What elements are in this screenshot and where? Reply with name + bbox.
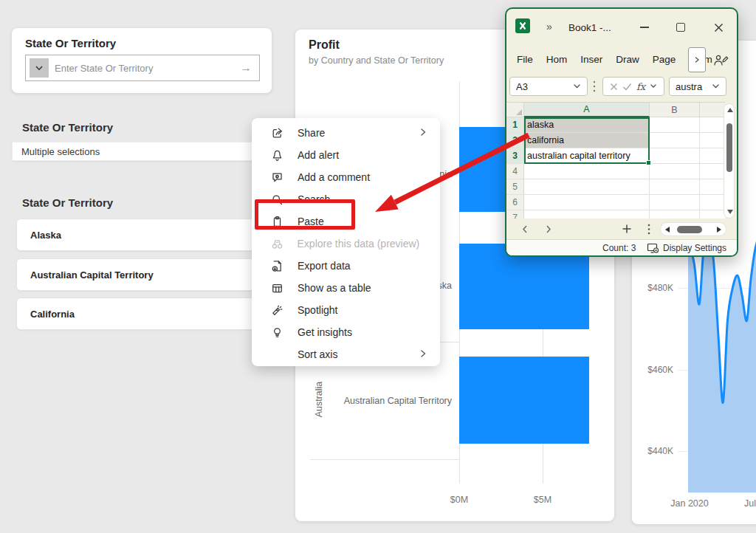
slicer-item-california[interactable]: California	[16, 298, 272, 330]
row-header-7[interactable]: 7	[506, 210, 524, 219]
excel-window: » Book1 -... File Hom Inser Draw Page Fo…	[505, 7, 738, 257]
slicer-list-title: State Or Territory	[22, 196, 113, 209]
cell-b3[interactable]	[650, 148, 700, 164]
display-settings-icon	[647, 242, 659, 254]
menu-item-add-alert[interactable]: Add alert	[252, 144, 440, 166]
context-menu: Share Add alert Add a comment Search Pas…	[252, 118, 440, 366]
cell-a2[interactable]: california	[524, 133, 650, 148]
row-header-4[interactable]: 4	[506, 164, 524, 179]
excel-window-title: Book1 -...	[568, 22, 611, 33]
category-label-act: Australian Capital Territory	[304, 396, 452, 408]
menu-item-explore-this-data[interactable]: Explore this data (preview)	[252, 233, 440, 255]
cell-b2[interactable]	[650, 133, 700, 148]
menu-item-add-a-comment[interactable]: Add a comment	[252, 166, 440, 188]
cell-b1[interactable]	[650, 117, 700, 133]
minimize-button[interactable]	[636, 19, 653, 35]
previous-sheet-icon[interactable]	[521, 224, 529, 234]
chevron-right-icon	[419, 127, 428, 139]
ribbon-tabs: File Hom Inser Draw Page Form	[517, 52, 679, 66]
vertical-scroll-thumb[interactable]	[726, 123, 732, 172]
scroll-left-icon[interactable]	[665, 227, 670, 233]
horizontal-scroll-thumb[interactable]	[677, 226, 702, 233]
export-data-icon	[271, 260, 287, 272]
ribbon-more-button[interactable]	[688, 47, 706, 72]
maximize-button[interactable]	[672, 19, 690, 35]
vertical-scrollbar[interactable]	[724, 103, 735, 219]
name-box[interactable]: A3	[509, 77, 588, 96]
cell-a1[interactable]: alaska	[524, 117, 650, 133]
spreadsheet-grid: A B 1alaska 2california 3australian capi…	[506, 102, 725, 219]
tab-draw[interactable]: Draw	[616, 54, 639, 65]
comment-icon	[271, 171, 287, 184]
table-icon	[271, 282, 287, 295]
menu-item-paste[interactable]: Paste	[252, 210, 440, 233]
scroll-up-icon[interactable]	[727, 108, 733, 112]
cell-a3[interactable]: australian capital territory	[524, 148, 650, 164]
area-fill	[688, 235, 756, 492]
sheet-navigation	[506, 220, 737, 239]
slicer-search-box: →	[25, 55, 260, 81]
spotlight-icon	[271, 304, 287, 317]
group-separator	[310, 459, 459, 460]
menu-item-search[interactable]: Search	[252, 188, 440, 210]
menu-item-sort-axis[interactable]: Sort axis	[252, 343, 440, 365]
tab-insert[interactable]: Inser	[580, 54, 602, 65]
slicer-dropdown-value[interactable]: Multiple selections	[12, 142, 273, 161]
row-header-6[interactable]: 6	[506, 195, 524, 210]
menu-item-share[interactable]: Share	[252, 122, 440, 144]
scroll-down-icon[interactable]	[727, 210, 733, 214]
menu-item-show-as-a-table[interactable]: Show as a table	[252, 277, 440, 299]
sheet-options-dots-icon[interactable]	[647, 223, 651, 235]
row-header-1[interactable]: 1	[506, 117, 524, 133]
chevron-down-icon[interactable]	[650, 83, 657, 89]
close-button[interactable]	[709, 19, 727, 35]
column-header-b[interactable]: B	[650, 103, 700, 117]
titlebar-overflow-chevron[interactable]: »	[546, 21, 552, 32]
tab-home[interactable]: Hom	[546, 54, 568, 65]
menu-item-spotlight[interactable]: Spotlight	[252, 299, 440, 321]
row-header-3[interactable]: 3	[506, 148, 524, 164]
chevron-down-icon[interactable]	[30, 58, 49, 78]
excel-logo-icon	[515, 18, 530, 33]
menu-item-get-insights[interactable]: Get insights	[252, 321, 440, 343]
arrow-right-icon[interactable]: →	[240, 61, 252, 75]
search-input[interactable]	[49, 63, 240, 74]
row-header-5[interactable]: 5	[506, 179, 524, 195]
cell-content-preview[interactable]: austra	[669, 77, 726, 96]
bell-icon	[271, 149, 287, 162]
row-header-2[interactable]: 2	[506, 133, 524, 148]
bar-chart-title: Profit	[309, 38, 340, 52]
excel-status-bar: Count: 3 Display Settings	[506, 239, 737, 255]
share-icon	[271, 127, 287, 140]
display-settings-label[interactable]: Display Settings	[663, 243, 726, 253]
slicer-dropdown-title: State Or Territory	[22, 121, 113, 134]
power-bi-report-page: State Or Territory → State Or Territory …	[0, 0, 756, 533]
slicer-item-australian-capital-territory[interactable]: Australian Capital Territory	[16, 258, 272, 291]
scroll-right-icon[interactable]	[717, 227, 721, 233]
fill-handle[interactable]	[646, 160, 651, 165]
column-header-a[interactable]: A	[524, 103, 650, 117]
confirm-entry-icon[interactable]	[622, 83, 632, 91]
cancel-entry-icon[interactable]	[610, 83, 618, 91]
xtick-5m: $5M	[520, 495, 565, 505]
next-sheet-icon[interactable]	[545, 224, 552, 234]
user-editing-icon[interactable]	[712, 53, 729, 71]
select-all-corner[interactable]	[506, 103, 524, 117]
bar-act[interactable]	[459, 357, 589, 444]
menu-item-export-data[interactable]: Export data	[252, 255, 440, 277]
slicer-item-alaska[interactable]: Alaska	[16, 219, 272, 251]
tab-page-layout[interactable]: Page	[653, 54, 676, 65]
slicer-search-card: State Or Territory →	[12, 28, 272, 93]
bar-chart-subtitle: by Country and State Or Territory	[309, 55, 444, 66]
horizontal-scrollbar[interactable]	[660, 222, 726, 236]
fx-icon[interactable]: fx	[636, 81, 645, 92]
chevron-right-icon	[419, 348, 428, 360]
formula-bar-divider-dots[interactable]	[592, 78, 597, 97]
add-sheet-icon[interactable]	[622, 224, 632, 234]
tab-file[interactable]: File	[517, 54, 533, 65]
formula-bar: fx	[602, 77, 664, 96]
status-count: Count: 3	[602, 243, 636, 253]
column-header-partial[interactable]	[700, 103, 725, 117]
slicer-search-title: State Or Territory	[25, 37, 116, 49]
xtick-0m: $0M	[437, 495, 481, 505]
